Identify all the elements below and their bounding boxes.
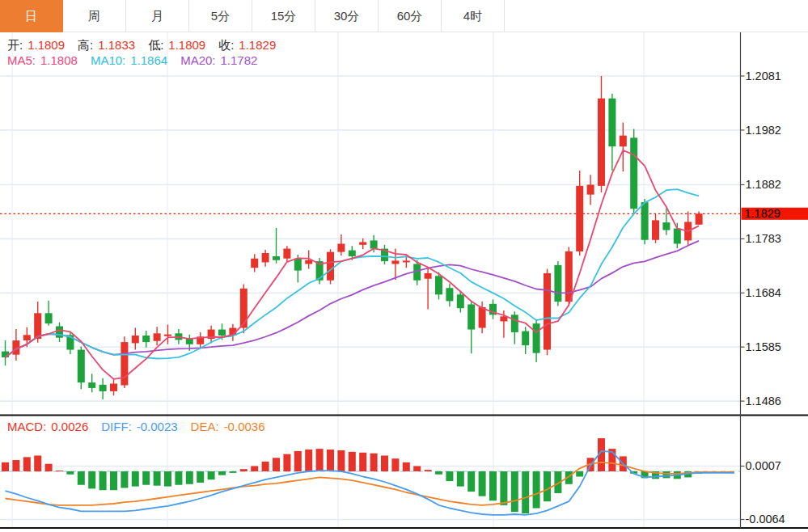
axis-tick-label: 0.0007 <box>746 459 781 472</box>
axis-tick-label: 1.1684 <box>746 286 781 299</box>
axis-tick-label: 1.1486 <box>746 395 781 407</box>
axis-tick-label: -0.0064 <box>746 513 785 526</box>
chart-area: 1.20811.19821.18821.17831.16841.15851.14… <box>0 32 808 532</box>
axis-tick-label: 1.1783 <box>746 232 781 245</box>
tab-5min[interactable]: 5分 <box>189 0 252 32</box>
tab-60min[interactable]: 60分 <box>379 0 442 32</box>
timeframe-tabbar: 日周月5分15分30分60分4时 <box>0 0 808 32</box>
candles <box>2 76 703 399</box>
trading-chart-app: 日周月5分15分30分60分4时 1.20811.19821.18821.178… <box>0 0 808 532</box>
axis-tick-label: 1.1585 <box>746 340 781 353</box>
axis-tick-label: 1.1882 <box>746 178 781 191</box>
last-price-tag: 1.1829 <box>742 207 808 220</box>
tab-4hour[interactable]: 4时 <box>442 0 505 32</box>
tab-month[interactable]: 月 <box>126 0 189 32</box>
tab-day[interactable]: 日 <box>0 0 63 32</box>
tab-15min[interactable]: 15分 <box>252 0 315 32</box>
tab-week[interactable]: 周 <box>63 0 126 32</box>
macd-histogram <box>2 438 703 513</box>
ma10-line <box>6 189 700 358</box>
candlestick-macd-chart[interactable]: 1.20811.19821.18821.17831.16841.15851.14… <box>0 32 808 532</box>
tab-30min[interactable]: 30分 <box>315 0 379 32</box>
axis-tick-label: 1.1982 <box>746 124 781 137</box>
axis-tick-label: 1.2081 <box>746 70 781 82</box>
price-axis: 1.20811.19821.18821.17831.16841.15851.14… <box>741 32 785 528</box>
last-price-value: 1.1829 <box>745 207 781 220</box>
